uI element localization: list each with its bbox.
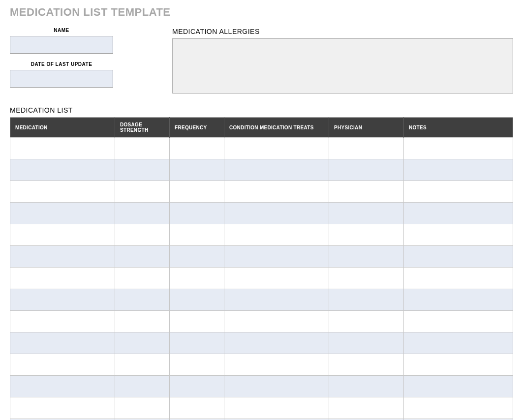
table-row [10,289,513,311]
cell-notes[interactable] [404,138,513,159]
cell-notes[interactable] [404,181,513,203]
cell-dosage[interactable] [115,159,170,181]
cell-medication[interactable] [10,181,115,203]
cell-notes[interactable] [404,268,513,289]
cell-frequency[interactable] [170,311,224,332]
date-label: DATE OF LAST UPDATE [10,61,113,67]
cell-medication[interactable] [10,354,115,376]
cell-notes[interactable] [404,332,513,354]
cell-dosage[interactable] [115,289,170,311]
medication-table: MEDICATION DOSAGE STRENGTH FREQUENCY CON… [10,117,513,420]
cell-condition[interactable] [224,224,329,246]
cell-medication[interactable] [10,311,115,332]
cell-condition[interactable] [224,311,329,332]
cell-condition[interactable] [224,159,329,181]
cell-notes[interactable] [404,376,513,397]
cell-notes[interactable] [404,203,513,224]
cell-dosage[interactable] [115,246,170,268]
cell-notes[interactable] [404,354,513,376]
col-header-condition: CONDITION MEDICATION TREATS [224,118,329,138]
left-column: NAME DATE OF LAST UPDATE [10,28,172,95]
cell-medication[interactable] [10,224,115,246]
table-row [10,268,513,289]
cell-condition[interactable] [224,181,329,203]
cell-dosage[interactable] [115,397,170,419]
cell-frequency[interactable] [170,203,224,224]
cell-medication[interactable] [10,397,115,419]
col-header-notes: NOTES [404,118,513,138]
table-row [10,311,513,332]
cell-condition[interactable] [224,246,329,268]
cell-physician[interactable] [329,311,404,332]
cell-physician[interactable] [329,268,404,289]
table-header-row: MEDICATION DOSAGE STRENGTH FREQUENCY CON… [10,118,513,138]
table-row [10,397,513,419]
cell-notes[interactable] [404,397,513,419]
cell-condition[interactable] [224,332,329,354]
cell-dosage[interactable] [115,203,170,224]
page-title: MEDICATION LIST TEMPLATE [10,6,513,19]
cell-physician[interactable] [329,203,404,224]
cell-physician[interactable] [329,181,404,203]
cell-physician[interactable] [329,159,404,181]
cell-medication[interactable] [10,268,115,289]
name-input[interactable] [10,36,113,54]
cell-frequency[interactable] [170,138,224,159]
cell-medication[interactable] [10,159,115,181]
cell-medication[interactable] [10,376,115,397]
cell-dosage[interactable] [115,376,170,397]
cell-physician[interactable] [329,138,404,159]
cell-medication[interactable] [10,246,115,268]
allergies-input[interactable] [172,38,513,93]
cell-dosage[interactable] [115,224,170,246]
cell-frequency[interactable] [170,159,224,181]
cell-frequency[interactable] [170,246,224,268]
cell-physician[interactable] [329,376,404,397]
cell-notes[interactable] [404,159,513,181]
cell-medication[interactable] [10,289,115,311]
col-header-medication: MEDICATION [10,118,115,138]
cell-frequency[interactable] [170,397,224,419]
cell-dosage[interactable] [115,354,170,376]
cell-dosage[interactable] [115,138,170,159]
top-section: NAME DATE OF LAST UPDATE MEDICATION ALLE… [10,28,513,95]
cell-physician[interactable] [329,332,404,354]
cell-medication[interactable] [10,203,115,224]
cell-frequency[interactable] [170,181,224,203]
table-row [10,246,513,268]
cell-physician[interactable] [329,354,404,376]
cell-dosage[interactable] [115,332,170,354]
cell-condition[interactable] [224,289,329,311]
cell-dosage[interactable] [115,181,170,203]
cell-dosage[interactable] [115,268,170,289]
cell-notes[interactable] [404,224,513,246]
cell-medication[interactable] [10,332,115,354]
cell-physician[interactable] [329,397,404,419]
name-label: NAME [10,28,113,33]
cell-notes[interactable] [404,246,513,268]
cell-condition[interactable] [224,376,329,397]
cell-notes[interactable] [404,311,513,332]
cell-condition[interactable] [224,397,329,419]
cell-condition[interactable] [224,138,329,159]
cell-frequency[interactable] [170,289,224,311]
cell-physician[interactable] [329,246,404,268]
table-row [10,332,513,354]
right-column: MEDICATION ALLERGIES [172,28,513,95]
cell-condition[interactable] [224,354,329,376]
cell-dosage[interactable] [115,311,170,332]
cell-physician[interactable] [329,224,404,246]
table-row [10,354,513,376]
table-row [10,181,513,203]
cell-notes[interactable] [404,289,513,311]
cell-frequency[interactable] [170,354,224,376]
cell-frequency[interactable] [170,224,224,246]
cell-physician[interactable] [329,289,404,311]
cell-condition[interactable] [224,203,329,224]
cell-frequency[interactable] [170,268,224,289]
cell-condition[interactable] [224,268,329,289]
cell-medication[interactable] [10,138,115,159]
cell-frequency[interactable] [170,376,224,397]
cell-frequency[interactable] [170,332,224,354]
date-input[interactable] [10,70,113,88]
